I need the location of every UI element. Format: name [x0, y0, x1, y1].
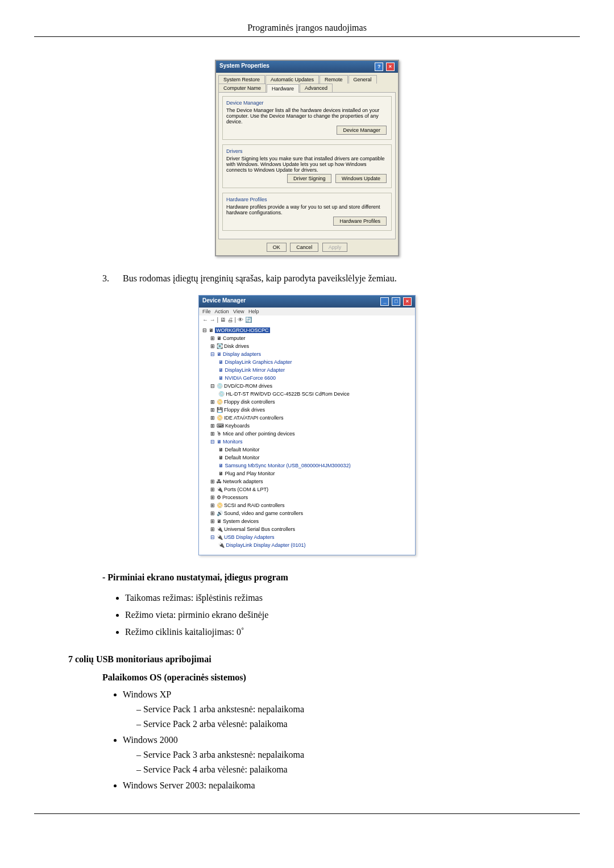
footer-rule	[34, 813, 580, 814]
os-xp: Windows XP – Service Pack 1 arba ankstes…	[123, 690, 580, 729]
sysprops-title: System Properties	[219, 63, 269, 71]
dm-text: The Device Manager lists all the hardwar…	[226, 107, 388, 124]
devmgr-titlebar-controls: _ □ ×	[379, 297, 412, 306]
section-initial-settings: - Pirminiai ekrano nustatymai, įdiegus p…	[102, 572, 580, 583]
node-floppy-drives[interactable]: ⊞ 💾 Floppy disk drives	[202, 406, 412, 414]
node-displaylink-graphics[interactable]: 🖥 DisplayLink Graphics Adapter	[202, 358, 412, 366]
figure-device-manager: Device Manager _ □ × File Action View He…	[34, 295, 580, 555]
node-disk-drives[interactable]: ⊞ 💽 Disk drives	[202, 342, 412, 350]
node-default-monitor-2[interactable]: 🖥 Default Monitor	[202, 454, 412, 462]
os-xp-sp2: – Service Pack 2 arba vėlesnė: palaikoma	[136, 719, 580, 729]
node-display-adapters[interactable]: ⊟ 🖥 Display adapters	[202, 350, 412, 358]
hp-text: Hardware profiles provide a way for you …	[226, 204, 388, 215]
step-3-text: Bus rodomas įdiegtų įrenginių sąrašas, k…	[123, 273, 512, 284]
menu-file[interactable]: File	[202, 309, 211, 314]
tab-remote[interactable]: Remote	[320, 75, 348, 84]
menu-view[interactable]: View	[233, 309, 244, 314]
page-header: Programinės įrangos naudojimas	[34, 23, 580, 37]
apply-button[interactable]: Apply	[322, 243, 348, 252]
os-2000-sp4: – Service Pack 4 arba vėlesnė: palaikoma	[136, 765, 580, 775]
drv-group-title: Drivers	[226, 148, 388, 154]
node-computer[interactable]: ⊞ 🖥 Computer	[202, 334, 412, 342]
drv-text: Driver Signing lets you make sure that i…	[226, 156, 388, 173]
tree-root[interactable]: ⊟ 🖥 WORKGROU-IOSCPC	[202, 326, 412, 334]
menu-action[interactable]: Action	[215, 309, 229, 314]
os-2000: Windows 2000 – Service Pack 3 arba ankst…	[123, 735, 580, 775]
list-item: Režimo ciklinis kaitaliojimas: 0˚	[125, 627, 580, 637]
maximize-icon[interactable]: □	[392, 297, 400, 306]
os-2000-sp3: – Service Pack 3 arba ankstesnė: nepalai…	[136, 750, 580, 760]
close-icon[interactable]: ×	[386, 63, 395, 71]
hp-group-title: Hardware Profiles	[226, 197, 388, 202]
node-scsi[interactable]: ⊞ 📀 SCSI and RAID controllers	[202, 501, 412, 509]
devmgr-titlebar: Device Manager _ □ ×	[199, 296, 415, 308]
minimize-icon[interactable]: _	[380, 297, 389, 306]
node-usb-controllers[interactable]: ⊞ 🔌 Universal Serial Bus controllers	[202, 525, 412, 533]
node-samsung-monitor[interactable]: 🖥 Samsung MbSync Monitor (USB_080000H4JM…	[202, 462, 412, 470]
cancel-button[interactable]: Cancel	[290, 243, 318, 252]
node-dvd-device[interactable]: 💿 HL-DT-ST RW/DVD GCC-4522B SCSI CdRom D…	[202, 390, 412, 398]
node-system-devices[interactable]: ⊞ 🖥 System devices	[202, 517, 412, 525]
node-default-monitor-1[interactable]: 🖥 Default Monitor	[202, 446, 412, 454]
titlebar-controls: ? ×	[374, 63, 395, 71]
os-server2003: Windows Server 2003: nepalaikoma	[123, 780, 580, 791]
menu-help[interactable]: Help	[248, 309, 259, 314]
node-ports[interactable]: ⊞ 🔌 Ports (COM & LPT)	[202, 485, 412, 493]
tab-auto-updates[interactable]: Automatic Updates	[265, 75, 319, 84]
hardware-profiles-group: Hardware Profiles Hardware profiles prov…	[222, 193, 392, 231]
node-displaylink-adapter[interactable]: 🔌 DisplayLink Display Adapter (0101)	[202, 541, 412, 549]
node-monitors[interactable]: ⊟ 🖥 Monitors	[202, 438, 412, 446]
help-icon[interactable]: ?	[375, 63, 383, 71]
tab-system-restore[interactable]: System Restore	[218, 75, 265, 84]
node-keyboards[interactable]: ⊞ ⌨ Keyboards	[202, 422, 412, 430]
os-xp-sp1: – Service Pack 1 arba ankstesnė: nepalai…	[136, 704, 580, 715]
sysprops-tabs: System Restore Automatic Updates Remote …	[216, 73, 398, 92]
step-3: 3. Bus rodomas įdiegtų įrenginių sąrašas…	[102, 273, 512, 284]
node-usb-display-adapters[interactable]: ⊟ 🔌 USB Display Adapters	[202, 533, 412, 541]
node-nvidia[interactable]: 🖥 NVIDIA GeForce 6600	[202, 374, 412, 382]
hardware-profiles-button[interactable]: Hardware Profiles	[333, 217, 387, 226]
device-manager-button[interactable]: Device Manager	[337, 126, 387, 135]
close-icon[interactable]: ×	[403, 297, 412, 306]
tab-advanced[interactable]: Advanced	[300, 84, 333, 92]
driver-signing-button[interactable]: Driver Signing	[287, 174, 332, 183]
drivers-group: Drivers Driver Signing lets you make sur…	[222, 144, 392, 188]
step-3-number: 3.	[102, 273, 123, 284]
list-item: Taikomas režimas: išplėstinis režimas	[125, 593, 580, 603]
dm-group-title: Device Manager	[226, 100, 388, 106]
node-sound[interactable]: ⊞ 🔊 Sound, video and game controllers	[202, 509, 412, 517]
devmgr-title: Device Manager	[202, 297, 246, 306]
device-tree: ⊟ 🖥 WORKGROU-IOSCPC ⊞ 🖥 Computer ⊞ 💽 Dis…	[199, 324, 415, 555]
tab-body: Device Manager The Device Manager lists …	[218, 92, 396, 239]
node-floppy-controllers[interactable]: ⊞ 📀 Floppy disk controllers	[202, 398, 412, 406]
tab-general[interactable]: General	[349, 75, 377, 84]
device-manager-group: Device Manager The Device Manager lists …	[222, 96, 392, 140]
node-dvd-cd[interactable]: ⊟ 💿 DVD/CD-ROM drives	[202, 382, 412, 390]
windows-update-button[interactable]: Windows Update	[335, 174, 387, 183]
heading-limits: 7 colių USB monitoriaus apribojimai	[68, 654, 580, 665]
node-ide[interactable]: ⊞ 📀 IDE ATA/ATAPI controllers	[202, 414, 412, 422]
sysprops-titlebar: System Properties ? ×	[216, 61, 398, 73]
tab-computer-name[interactable]: Computer Name	[218, 84, 266, 92]
node-mice[interactable]: ⊞ 🖱 Mice and other pointing devices	[202, 430, 412, 438]
list-item: Režimo vieta: pirminio ekrano dešinėje	[125, 610, 580, 620]
node-processors[interactable]: ⊞ ⚙ Processors	[202, 493, 412, 501]
node-pnp-monitor[interactable]: 🖥 Plug and Play Monitor	[202, 470, 412, 477]
devmgr-toolbar: ← → | 🖥 🖨 | 👁 🔄	[199, 315, 415, 324]
tab-hardware[interactable]: Hardware	[267, 84, 299, 93]
node-displaylink-mirror[interactable]: 🖥 DisplayLink Mirror Adapter	[202, 366, 412, 374]
dialog-buttons: OK Cancel Apply	[218, 242, 396, 253]
ok-button[interactable]: OK	[267, 243, 287, 252]
initial-settings-list: Taikomas režimas: išplėstinis režimas Re…	[125, 593, 580, 637]
devmgr-menu: File Action View Help	[199, 308, 415, 315]
heading-supported-os: Palaikomos OS (operacinės sistemos)	[102, 672, 580, 683]
figure-system-properties: System Properties ? × System Restore Aut…	[34, 60, 580, 256]
node-network[interactable]: ⊞ 🖧 Network adapters	[202, 477, 412, 485]
os-list: Windows XP – Service Pack 1 arba ankstes…	[123, 690, 580, 791]
